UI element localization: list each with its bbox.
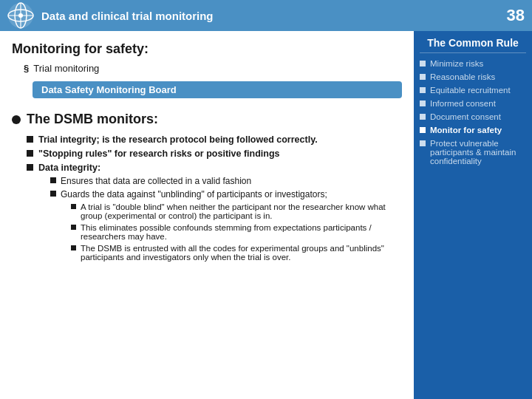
- sidebar-item-informed-consent: Informed consent: [420, 99, 526, 108]
- header: Data and clinical trial monitoring 38: [0, 0, 532, 31]
- sidebar-item-equitable-recruitment: Equitable recruitment: [420, 86, 526, 95]
- sidebar-item-label: Monitor for safety: [430, 126, 502, 134]
- sidebar-bullet-icon: [420, 74, 426, 80]
- sub-sub-bullet-list: A trial is "double blind" when neither t…: [71, 202, 402, 262]
- bullet-text: "Stopping rules" for research risks or p…: [38, 149, 402, 159]
- slide-number: 38: [507, 6, 525, 25]
- sub-sub-bullet-text: This eliminates possible confounds stemm…: [81, 223, 402, 241]
- sidebar-title: The Common Rule: [420, 37, 526, 53]
- main-content: Monitoring for safety: Trial monitoring …: [0, 31, 532, 399]
- sub-items-list: Trial monitoring: [24, 63, 402, 77]
- list-item-label: Trial monitoring: [33, 63, 99, 74]
- left-panel: Monitoring for safety: Trial monitoring …: [0, 31, 414, 399]
- page-title: Data and clinical trial monitoring: [41, 10, 507, 22]
- sub-bullet-text: Guards the data against "unblinding" of …: [61, 189, 402, 265]
- sub-sub-bullet-icon: [71, 204, 76, 209]
- dsmb-box: Data Safety Monitoring Board: [33, 81, 402, 98]
- sidebar-bullet-icon: [420, 127, 426, 133]
- list-item: Trial monitoring: [24, 63, 402, 74]
- sidebar-item-label: Document consent: [430, 112, 501, 121]
- sidebar-item-label: Equitable recruitment: [430, 86, 511, 95]
- sub-sub-bullet-text: A trial is "double blind" when neither t…: [81, 202, 402, 220]
- sub-sub-bullet-text: The DSMB is entrusted with all the codes…: [81, 244, 402, 262]
- sidebar-bullet-icon: [420, 140, 426, 146]
- sidebar-item-label: Reasonable risks: [430, 72, 495, 81]
- sub-bullet-icon: [50, 177, 56, 183]
- sub-bullet-icon: [50, 191, 56, 197]
- sidebar-item-monitor-safety: Monitor for safety: [420, 126, 526, 134]
- sidebar-bullet-icon: [420, 114, 426, 120]
- bullet-icon: [27, 136, 33, 143]
- sidebar-bullet-icon: [420, 87, 426, 93]
- sidebar-item-label: Informed consent: [430, 99, 496, 108]
- list-item: Trial integrity; is the research protoco…: [27, 134, 402, 145]
- dsmb-bullet-list: Trial integrity; is the research protoco…: [27, 134, 402, 267]
- sidebar-item-label: Protect vulnerable participants & mainta…: [430, 139, 526, 166]
- header-logo-icon: [7, 2, 34, 29]
- list-item: This eliminates possible confounds stemm…: [71, 223, 402, 241]
- bullet-icon: [27, 164, 33, 171]
- sidebar-item-protect-vulnerable: Protect vulnerable participants & mainta…: [420, 139, 526, 166]
- bullet-text-data-integrity: Data integrity: Ensures that data are co…: [38, 163, 402, 267]
- sidebar-bullet-icon: [420, 61, 426, 66]
- sub-sub-bullet-icon: [71, 225, 76, 230]
- bullet-icon: [27, 150, 33, 157]
- right-sidebar: The Common Rule Minimize risks Reasonabl…: [414, 31, 532, 399]
- sub-bullet-text: Ensures that data are collected in a val…: [61, 176, 402, 186]
- dsmb-monitors-title: The DSMB monitors:: [12, 112, 402, 127]
- dsmb-section: The DSMB monitors: Trial integrity; is t…: [12, 112, 402, 271]
- list-item: A trial is "double blind" when neither t…: [71, 202, 402, 220]
- sidebar-item-minimize-risks: Minimize risks: [420, 59, 526, 68]
- list-item: "Stopping rules" for research risks or p…: [27, 149, 402, 159]
- list-item: Data integrity: Ensures that data are co…: [27, 163, 402, 267]
- sidebar-bullet-icon: [420, 100, 426, 106]
- section-title: Monitoring for safety:: [12, 41, 402, 57]
- bullet-text: Trial integrity; is the research protoco…: [38, 134, 402, 145]
- sub-sub-bullet-icon: [71, 245, 76, 250]
- list-item: Ensures that data are collected in a val…: [50, 176, 402, 186]
- sidebar-item-document-consent: Document consent: [420, 112, 526, 121]
- sidebar-item-label: Minimize risks: [430, 59, 483, 68]
- dsmb-bullet-icon: [12, 115, 21, 124]
- sidebar-item-reasonable-risks: Reasonable risks: [420, 72, 526, 81]
- sub-bullet-list: Ensures that data are collected in a val…: [50, 176, 402, 265]
- list-item: Guards the data against "unblinding" of …: [50, 189, 402, 265]
- list-item: The DSMB is entrusted with all the codes…: [71, 244, 402, 262]
